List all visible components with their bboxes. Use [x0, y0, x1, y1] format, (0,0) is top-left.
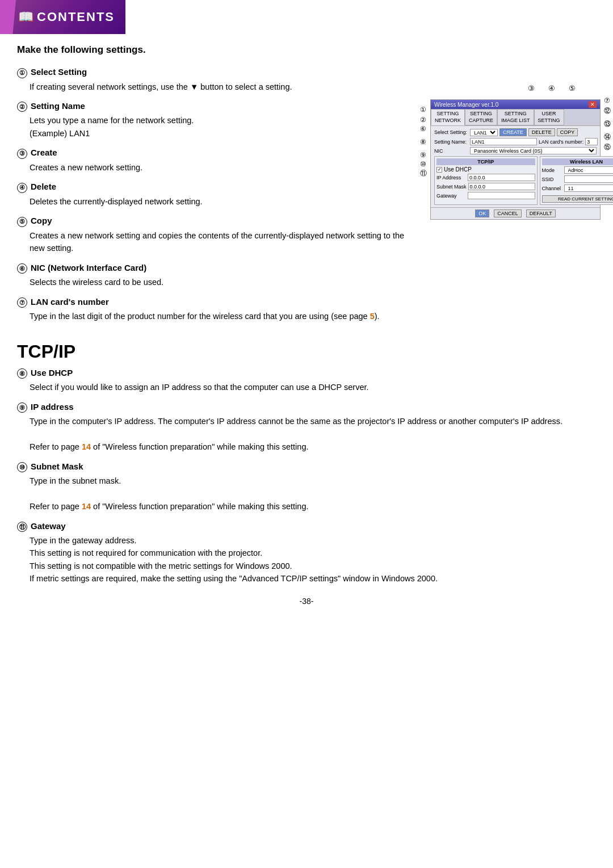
contents-header: 📖 CONTENTS: [0, 0, 125, 34]
page-title: Make the following settings.: [17, 44, 596, 56]
section-3-heading: ③ Create: [17, 148, 409, 159]
callout-4-top: ④: [548, 84, 555, 93]
wm-select-setting-label: Select Setting:: [434, 129, 468, 135]
section-8-title: Use DHCP: [31, 368, 73, 378]
section-10: ⑩ Subnet Mask Type in the subnet mask. R…: [17, 462, 596, 513]
section-11-body: Type in the gateway address. This settin…: [30, 534, 596, 585]
section-2-title: Setting Name: [31, 101, 85, 111]
circle-num-1: ①: [17, 68, 27, 78]
wm-footer: OK CANCEL DEFAULT: [431, 207, 600, 219]
callout-1-left: ①: [420, 104, 427, 115]
wm-ok-button[interactable]: OK: [475, 209, 489, 217]
section-1-body: If creating several network settings, us…: [30, 81, 409, 93]
wm-mode-label: Mode: [542, 167, 562, 173]
callout-2-left: ②: [420, 115, 427, 124]
callout-14-right: ⑭: [604, 132, 611, 141]
wm-channel-row: Channel 11: [542, 184, 613, 192]
section-5-body: Creates a new network setting and copies…: [30, 229, 409, 255]
main-content: Make the following settings. ① Select Se…: [0, 44, 613, 623]
wm-tab-setting-image-list[interactable]: SETTINGIMAGE LIST: [497, 109, 534, 125]
wm-delete-button[interactable]: DELETE: [528, 128, 555, 136]
callout-12-right: ⑫: [604, 106, 611, 115]
wm-channel-dropdown[interactable]: 11: [564, 184, 613, 192]
wm-title: Wireless Manager ver.1.0: [434, 102, 498, 108]
wm-setting-name-input[interactable]: [470, 138, 537, 145]
wm-subnet-label: Subnet Mask: [436, 184, 467, 190]
top-section: ① Select Setting If creating several net…: [17, 67, 596, 331]
wm-cancel-button[interactable]: CANCEL: [494, 209, 522, 217]
wm-ssid-input[interactable]: [564, 175, 613, 183]
callout-8-left: ⑧: [420, 133, 427, 150]
wm-titlebar: Wireless Manager ver.1.0 ✕: [431, 100, 600, 109]
circle-num-3: ③: [17, 149, 27, 159]
right-column: ③ ④ ⑤ ① ② ⑥ ⑧ ⑨ ⑩ ⑪: [420, 67, 596, 331]
circle-num-10: ⑩: [17, 462, 27, 472]
wm-tab-setting-capture[interactable]: SETTINGCAPTURE: [465, 109, 497, 125]
circle-num-6: ⑥: [17, 263, 27, 274]
wm-setting-name-row: Setting Name: LAN card's number:: [434, 138, 597, 145]
callout-3-top: ③: [528, 84, 535, 93]
section-5-title: Copy: [31, 216, 52, 225]
section-3-body: Creates a new network setting.: [30, 161, 409, 174]
wm-gateway-label: Gateway: [436, 193, 466, 199]
section-10-title: Subnet Mask: [31, 462, 83, 471]
page-link-5[interactable]: 5: [370, 312, 375, 321]
wm-tcpip-col-title: TCP/IP: [436, 158, 535, 165]
callout-13-right: ⑬: [604, 115, 611, 132]
wm-two-col: TCP/IP ✓ Use DHCP IP Address: [434, 156, 597, 205]
wm-dhcp-checkbox[interactable]: ✓: [436, 167, 442, 173]
wm-nic-row: NIC Panasonic Wireless Card (0S): [434, 147, 597, 154]
section-8-body: Select if you would like to assign an IP…: [30, 381, 596, 393]
tcpip-heading: TCP/IP: [17, 341, 596, 362]
wm-ip-label: IP Address: [436, 175, 466, 181]
wm-select-setting-row: Select Setting: LAN1 CREATE DELETE COPY: [434, 128, 597, 136]
wm-create-button[interactable]: CREATE: [499, 128, 527, 136]
section-7: ⑦ LAN card's number Type in the last dig…: [17, 297, 409, 323]
book-icon: 📖: [18, 10, 33, 24]
wm-lan-card-input[interactable]: [585, 138, 598, 145]
section-4-title: Delete: [31, 182, 56, 191]
section-8: ⑧ Use DHCP Select if you would like to a…: [17, 368, 596, 394]
wm-select-setting-dropdown[interactable]: LAN1: [470, 129, 498, 136]
section-1-title: Select Setting: [31, 67, 87, 77]
wm-tab-user-setting[interactable]: USERSETTING: [534, 109, 564, 125]
wm-nic-dropdown[interactable]: Panasonic Wireless Card (0S): [470, 147, 597, 154]
callout-15-right: ⑮: [604, 141, 611, 153]
section-3: ③ Create Creates a new network setting.: [17, 148, 409, 174]
page-number: -38-: [17, 597, 596, 606]
page-link-14a[interactable]: 14: [82, 442, 91, 451]
section-8-heading: ⑧ Use DHCP: [17, 368, 596, 379]
section-1-heading: ① Select Setting: [17, 67, 409, 78]
section-4-heading: ④ Delete: [17, 182, 409, 193]
page-link-14b[interactable]: 14: [82, 502, 91, 511]
wm-read-btn[interactable]: READ CURRENT SETTING: [542, 195, 613, 203]
section-9-heading: ⑨ IP address: [17, 402, 596, 413]
section-7-title: LAN card's number: [31, 297, 109, 307]
wm-body: Select Setting: LAN1 CREATE DELETE COPY: [431, 126, 600, 207]
wm-use-dhcp-label: Use DHCP: [444, 166, 472, 173]
wm-wireless-col-title: Wireless LAN: [542, 158, 613, 165]
section-9-title: IP address: [31, 402, 74, 412]
section-3-title: Create: [31, 148, 57, 157]
section-2: ② Setting Name Lets you type a name for …: [17, 101, 409, 140]
section-5-heading: ⑤ Copy: [17, 216, 409, 227]
wm-default-button[interactable]: DEFAULT: [526, 209, 556, 217]
section-11: ⑪ Gateway Type in the gateway address. T…: [17, 521, 596, 585]
circle-num-11: ⑪: [17, 522, 27, 532]
wm-ip-input[interactable]: [468, 174, 535, 181]
wm-copy-button[interactable]: COPY: [557, 128, 578, 136]
section-9: ⑨ IP address Type in the computer's IP a…: [17, 402, 596, 454]
circle-num-9: ⑨: [17, 402, 27, 413]
section-2-body: Lets you type a name for the network set…: [30, 114, 409, 140]
section-5: ⑤ Copy Creates a new network setting and…: [17, 216, 409, 254]
wm-close-button[interactable]: ✕: [589, 101, 597, 108]
wm-tab-setting-network[interactable]: SETTINGNETWORK: [431, 109, 465, 125]
wm-gateway-input[interactable]: [468, 192, 535, 199]
wm-ssid-row: SSID: [542, 175, 613, 183]
wm-ip-row: IP Address: [436, 174, 535, 181]
section-4: ④ Delete Deletes the currently-displayed…: [17, 182, 409, 208]
wm-mode-dropdown[interactable]: AdHoc: [564, 166, 613, 174]
section-11-heading: ⑪ Gateway: [17, 521, 596, 532]
wm-subnet-row: Subnet Mask: [436, 183, 535, 190]
wm-subnet-input[interactable]: [468, 183, 535, 190]
